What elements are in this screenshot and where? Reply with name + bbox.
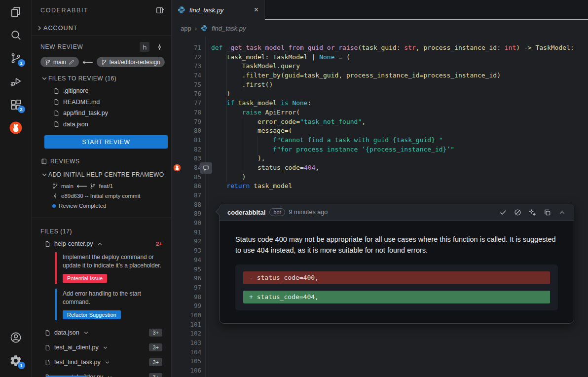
file-icon <box>44 359 51 366</box>
coderabbit-button[interactable] <box>0 116 32 139</box>
line-number: 90 <box>172 219 201 228</box>
line-number: 86 <box>172 182 201 191</box>
review-item-title[interactable]: ADD INITIAL HELP CENTRE FRAMEWOR... <box>40 168 164 181</box>
code-line-72: 72 task_model: TaskModel | None = ( <box>172 53 588 62</box>
copy-icon[interactable] <box>544 209 551 216</box>
start-review-button[interactable]: START REVIEW <box>44 135 168 149</box>
files-to-review-header[interactable]: FILES TO REVIEW (16) <box>40 74 164 83</box>
search-icon <box>9 29 22 41</box>
branch-pills-row: main ⟵ feat/editor-redesign <box>40 57 164 67</box>
open-panel-button[interactable] <box>155 6 164 15</box>
comment-header: coderabbitai bot 9 minutes ago <box>220 204 574 221</box>
new-review-title: NEW REVIEW <box>40 43 140 50</box>
file-comment-item[interactable]: Add error handling to the start command.… <box>55 289 164 320</box>
file-to-review-item[interactable]: app/find_task.py <box>40 108 164 119</box>
code-line-84: 84 status_code=404, <box>172 163 588 173</box>
code-text <box>201 329 211 339</box>
code-editor[interactable]: 71def _get_task_model_from_guid_or_raise… <box>172 37 588 377</box>
comment-count-badge: 3+ <box>149 329 162 337</box>
file-item-collapsed[interactable]: data.json 3+ <box>40 325 164 340</box>
ignore-icon[interactable] <box>514 209 521 216</box>
commit-icon <box>52 193 58 199</box>
file-name: README.md <box>63 99 100 106</box>
app-window: 1 2 1 CODERABBIT <box>0 0 588 377</box>
apply-fix-icon[interactable] <box>529 209 536 216</box>
resolve-check-icon[interactable] <box>499 209 507 216</box>
code-text: f"Cannot find a task with guid {task_gui… <box>201 136 443 145</box>
compare-branches-button[interactable] <box>140 42 149 52</box>
code-text: return task_model <box>201 182 292 191</box>
line-number: 74 <box>172 71 201 80</box>
new-review-actions <box>140 42 164 52</box>
code-line-76: 76 ) <box>172 89 588 99</box>
comment-bubble-icon[interactable] <box>200 162 212 174</box>
merge-direction-arrow: ⟵ <box>82 58 93 67</box>
code-text <box>201 357 211 366</box>
review-branches-row: main ⟵ feat/1 <box>40 181 164 191</box>
code-text: if task_model is None: <box>201 99 312 108</box>
collapse-chevron-up-icon[interactable] <box>558 209 566 216</box>
source-control-button[interactable]: 1 <box>0 46 32 70</box>
code-text: .first() <box>201 80 273 90</box>
source-control-badge: 1 <box>18 59 25 67</box>
edit-pencil-icon <box>69 59 74 65</box>
comment-count-badge: 3+ <box>149 373 162 377</box>
code-line-105: 105 <box>172 357 588 366</box>
explorer-button[interactable] <box>0 0 32 23</box>
git-branch-icon <box>101 59 107 65</box>
code-text: def _get_task_model_from_guid_or_raise(t… <box>201 43 574 53</box>
review-status-label: Review Completed <box>59 203 107 209</box>
file-item-collapsed[interactable]: test_ai_client.py 3+ <box>40 340 164 355</box>
code-text <box>201 228 211 237</box>
git-branch-icon <box>52 183 58 189</box>
compare-branch-pill[interactable]: feat/editor-redesign <box>97 57 165 67</box>
tab-find-task[interactable]: find_task.py × <box>172 0 265 20</box>
review-commit-label: e89d630 -- Initial empty commit <box>61 193 140 199</box>
files-to-review-label: FILES TO REVIEW (16) <box>48 75 116 82</box>
breadcrumb-file[interactable]: find_task.py <box>212 25 246 32</box>
python-icon <box>178 6 185 14</box>
line-number: 106 <box>172 366 201 376</box>
git-branch-icon <box>45 59 51 65</box>
run-debug-button[interactable] <box>0 70 32 93</box>
extensions-button[interactable]: 2 <box>0 93 32 116</box>
comment-body: Status code 400 may not be appropriate f… <box>220 221 574 323</box>
file-item-help-center[interactable]: help-center.py 2+ <box>40 237 164 251</box>
base-branch-pill[interactable]: main <box>40 57 79 67</box>
line-number: 77 <box>172 99 201 108</box>
file-to-review-item[interactable]: README.md <box>40 97 164 108</box>
code-line-75: 75 .first() <box>172 80 588 90</box>
file-to-review-item[interactable]: data.json <box>40 119 164 130</box>
breadcrumb-folder[interactable]: app <box>181 25 191 32</box>
extensions-badge: 2 <box>18 106 25 113</box>
close-icon[interactable]: × <box>254 6 258 14</box>
file-comment-item[interactable]: Implement the deploy command or update i… <box>55 252 164 284</box>
search-button[interactable] <box>0 23 32 46</box>
file-item-collapsed[interactable]: test_find_task.py 3+ <box>40 355 164 370</box>
code-text <box>201 246 211 256</box>
code-line-82: 82 f"for process instance ‘{process_inst… <box>172 145 588 154</box>
settings-button[interactable]: 1 <box>0 349 32 372</box>
commit-select-button[interactable] <box>154 42 164 52</box>
file-name: test_ai_client.py <box>54 344 99 351</box>
chevron-down-icon <box>40 75 48 82</box>
code-text <box>201 320 211 330</box>
chevron-down-icon <box>102 344 109 351</box>
code-line-102: 102 <box>172 329 588 339</box>
file-name: help-center.py <box>54 240 93 247</box>
line-number: 104 <box>172 348 201 357</box>
comment-text: Implement the deploy command or update i… <box>63 253 164 270</box>
reviews-header: REVIEWS <box>40 156 164 166</box>
chevron-down-icon <box>107 374 113 377</box>
sidebar-item-account[interactable]: ACCOUNT <box>32 21 171 36</box>
account-button[interactable] <box>0 326 32 349</box>
coderabbit-gutter-icon[interactable] <box>173 164 181 172</box>
account-label: ACCOUNT <box>43 25 78 32</box>
compare-branch-label: feat/editor-redesign <box>110 59 160 66</box>
branch-tree-icon <box>142 44 148 50</box>
code-line-73: 73 TaskModel.query <box>172 62 588 71</box>
code-text <box>201 219 211 228</box>
chevron-down-icon <box>104 359 110 366</box>
line-number: 87 <box>172 191 201 200</box>
file-to-review-item[interactable]: .gitignore <box>40 85 164 97</box>
